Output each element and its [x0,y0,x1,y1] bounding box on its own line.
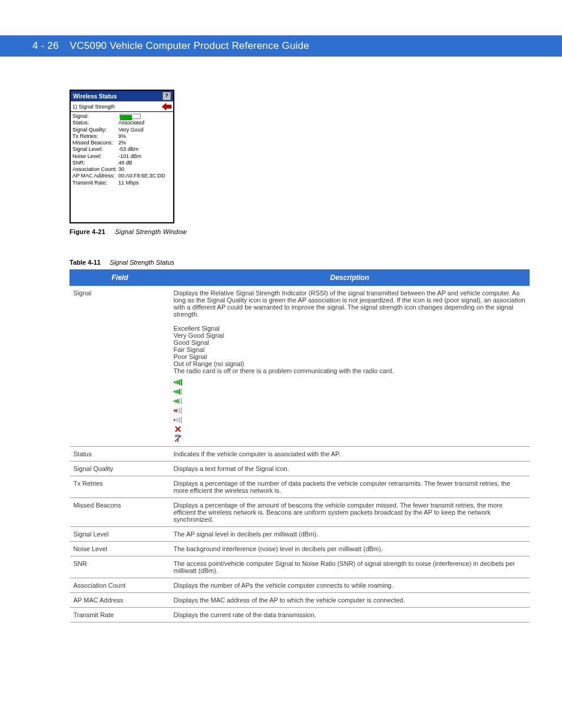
cell-desc: Displays a text format of the Signal ico… [170,462,530,476]
table-title: Table 4-11 Signal Strength Status [70,259,530,266]
table-row: Signal QualityDisplays a text format of … [70,462,530,476]
cell-field: Transmit Rate [70,608,170,622]
window-subtitle: 1) Signal Strength [72,104,115,110]
ws-value: 48 dB [118,160,133,166]
cell-desc: The access point/vehicle computer Signal… [170,556,530,578]
cell-field: Signal Level [70,527,170,542]
signal-verygood-icon [174,387,182,396]
page-header-band: 4 - 26 VC5090 Vehicle Computer Product R… [0,35,562,57]
cell-desc: Displays a percentage of the amount of b… [170,498,530,527]
ws-label: Transmit Rate: [72,180,118,186]
table-row: AP MAC AddressDisplays the MAC address o… [70,593,530,608]
cell-field: Signal [70,286,170,447]
ws-row: Noise Level:-101 dBm [72,153,171,160]
ws-value: 30 [118,166,124,173]
ws-value: 2% [118,140,126,146]
signal-good-icon [174,397,182,405]
cell-desc: The AP signal level in decibels per mill… [170,527,530,542]
figure-caption: Figure 4-21 Signal Strength Window [70,228,530,235]
ws-row: Signal Quality:Very Good [72,127,171,133]
table-label: Table 4-11 [70,259,101,266]
back-arrow-icon[interactable] [162,103,171,110]
cell-field: Tx Retries [70,476,170,498]
ws-label: Noise Level: [72,153,118,160]
table-row: Missed BeaconsDisplays a percentage of t… [70,498,530,527]
ws-value: 9% [118,133,126,140]
signal-poor-icon [174,416,182,424]
ws-label: Status: [72,120,118,126]
cell-field: SNR [70,556,170,578]
table-row: SNRThe access point/vehicle computer Sig… [70,556,530,578]
window-title-text: Wireless Status [73,93,117,100]
ws-label: Signal Level: [72,146,118,153]
ws-label: AP MAC Address: [72,173,118,179]
ws-row: Tx Retries:9% [72,133,171,140]
ws-label: Signal: [72,113,118,120]
ws-label: SNR: [72,160,118,166]
ws-value: -101 dBm [118,153,141,160]
cell-desc: Displays the MAC address of the AP to wh… [170,593,530,608]
signal-excellent-icon [174,378,182,386]
ws-value: Associated [118,120,144,126]
table-row: Association CountDisplays the number of … [70,578,530,593]
help-icon[interactable]: ? [163,92,171,100]
ws-row: Signal Level:-53 dBm [72,146,171,153]
table-row: Noise LevelThe background interference (… [70,542,530,556]
ws-row-signal: Signal: [72,113,171,120]
page-header-text: 4 - 26 VC5090 Vehicle Computer Product R… [0,40,309,52]
svg-marker-0 [162,103,171,110]
ws-value: Very Good [118,127,144,133]
figure-label: Figure 4-21 [70,228,105,235]
ws-label: Missed Beacons: [72,140,118,146]
figure-title: Signal Strength Window [115,228,187,235]
ws-value: -53 dBm [118,146,138,153]
cell-desc: Indicates if the vehicle computer is ass… [170,447,530,462]
page-number: 4 - 26 [32,40,59,51]
signal-fair-icon [174,406,182,414]
cell-field: Signal Quality [70,462,170,476]
ws-label: Association Count: [72,166,118,173]
table-row: StatusIndicates if the vehicle computer … [70,447,530,462]
window-titlebar: Wireless Status ? [71,91,173,101]
window-body: Signal: Status:Associated Signal Quality… [71,112,173,187]
cell-field: Missed Beacons [70,498,170,527]
signal-radio-off-icon [174,434,182,443]
cell-desc: Displays the Relative Signal Strength In… [170,286,530,447]
cell-desc: Displays the current rate of the data tr… [170,608,530,622]
cell-desc: The background interference (noise) leve… [170,542,530,556]
table-header-row: Field Description [70,270,530,286]
window-subtitle-row: 1) Signal Strength [71,101,173,112]
ws-value: 00:A0:F8:6E:3C:DD [118,173,166,179]
cell-field: Association Count [70,578,170,593]
ws-row: SNR:48 dB [72,160,171,166]
ws-row: Status:Associated [72,120,171,126]
table-row: Tx RetriesDisplays a percentage of the n… [70,476,530,498]
screenshot-window: Wireless Status ? 1) Signal Strength Sig… [70,90,174,223]
signal-none-icon [174,425,182,433]
ws-row: Association Count:30 [72,166,171,173]
col-field: Field [70,270,170,286]
cell-field: Noise Level [70,542,170,556]
cell-field: Status [70,447,170,462]
signal-strength-table: Field Description Signal Displays the Re… [70,269,530,622]
col-description: Description [170,270,530,286]
ws-value: 11 Mbps [118,180,139,186]
cell-desc: Displays the number of APs the vehicle c… [170,578,530,593]
cell-desc: Displays a percentage of the number of d… [170,476,530,498]
page-title: VC5090 Vehicle Computer Product Referenc… [70,40,309,51]
ws-label: Tx Retries: [72,133,118,140]
cell-field: AP MAC Address [70,593,170,608]
page-content: Wireless Status ? 1) Signal Strength Sig… [0,57,562,622]
page: 4 - 26 VC5090 Vehicle Computer Product R… [0,35,562,728]
ws-row: Transmit Rate:11 Mbps [72,180,171,186]
ws-label: Signal Quality: [72,127,118,133]
ws-value [118,113,141,120]
table-name: Signal Strength Status [110,259,174,266]
signal-icons [174,378,526,443]
table-row: Transmit RateDisplays the current rate o… [70,608,530,622]
table-row: Signal LevelThe AP signal level in decib… [70,527,530,542]
ws-row: AP MAC Address:00:A0:F8:6E:3C:DD [72,173,171,179]
table-row: Signal Displays the Relative Signal Stre… [70,286,530,447]
ws-row: Missed Beacons:2% [72,140,171,146]
